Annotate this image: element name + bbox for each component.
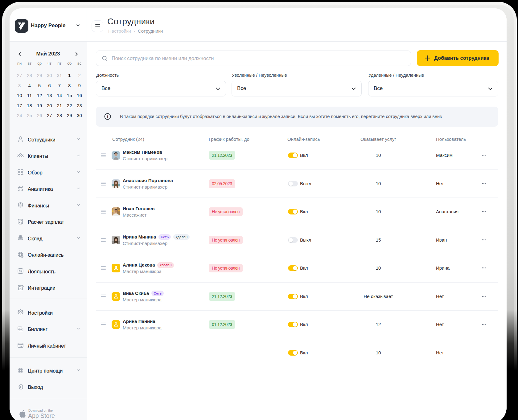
svg-text:i: i [107,114,108,119]
svg-text:Download on the: Download on the [28,409,53,412]
svg-text:App Store: App Store [28,412,55,419]
